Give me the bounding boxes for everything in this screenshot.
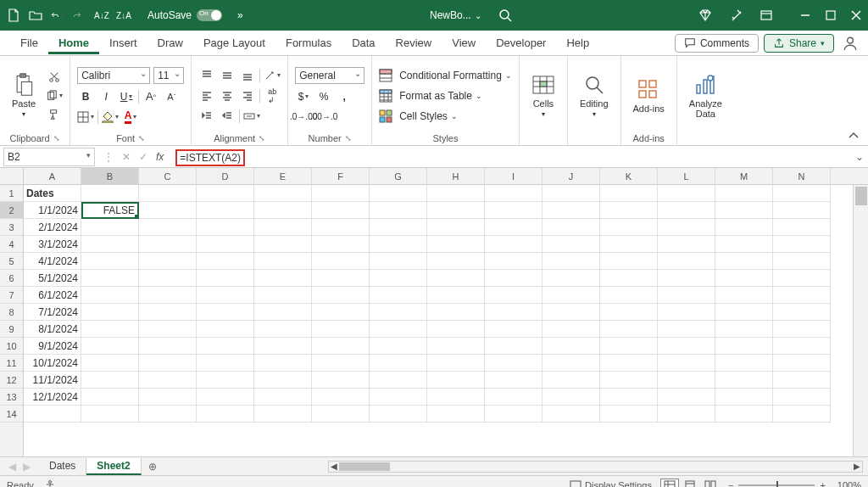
- accounting-format-icon[interactable]: $: [295, 89, 312, 104]
- number-launcher-icon[interactable]: ⤡: [345, 134, 352, 143]
- cell-N2[interactable]: [773, 202, 831, 219]
- row-header-14[interactable]: 14: [0, 406, 23, 423]
- cell-F9[interactable]: [312, 321, 370, 338]
- cell-K7[interactable]: [600, 287, 658, 304]
- clipboard-launcher-icon[interactable]: ⤡: [53, 134, 60, 143]
- cell-M13[interactable]: [715, 389, 773, 406]
- cell-F1[interactable]: [312, 185, 370, 202]
- scroll-up-icon[interactable]: [853, 168, 868, 185]
- cell-H2[interactable]: [427, 202, 485, 219]
- cell-K14[interactable]: [600, 406, 658, 423]
- cell-M8[interactable]: [715, 304, 773, 321]
- expand-formula-bar-icon[interactable]: ⌄: [851, 151, 868, 163]
- cell-B10[interactable]: [81, 338, 139, 355]
- cell-G12[interactable]: [370, 372, 427, 389]
- cell-E14[interactable]: [254, 406, 312, 423]
- cell-N7[interactable]: [773, 287, 831, 304]
- analyze-data-button[interactable]: Analyze Data: [684, 70, 727, 122]
- cell-C11[interactable]: [139, 355, 197, 372]
- cell-J7[interactable]: [542, 287, 600, 304]
- cell-K13[interactable]: [600, 389, 658, 406]
- formula-input[interactable]: =ISTEXT(A2): [172, 148, 851, 166]
- cell-L5[interactable]: [658, 253, 715, 270]
- cell-H12[interactable]: [427, 372, 485, 389]
- cell-E7[interactable]: [254, 287, 312, 304]
- cell-C9[interactable]: [139, 321, 197, 338]
- col-header-M[interactable]: M: [715, 168, 773, 184]
- cell-G1[interactable]: [370, 185, 427, 202]
- cell-M12[interactable]: [715, 372, 773, 389]
- cell-G14[interactable]: [370, 406, 427, 423]
- cell-N11[interactable]: [773, 355, 831, 372]
- cell-A5[interactable]: 4/1/2024: [24, 253, 81, 270]
- cell-H13[interactable]: [427, 389, 485, 406]
- cell-L4[interactable]: [658, 236, 715, 253]
- cell-G5[interactable]: [370, 253, 427, 270]
- col-header-B[interactable]: B: [81, 168, 139, 184]
- cell-D3[interactable]: [197, 219, 254, 236]
- cell-K12[interactable]: [600, 372, 658, 389]
- cell-M2[interactable]: [715, 202, 773, 219]
- cell-M3[interactable]: [715, 219, 773, 236]
- zoom-level[interactable]: 100%: [837, 480, 861, 488]
- col-header-K[interactable]: K: [600, 168, 658, 184]
- cell-B3[interactable]: [81, 219, 139, 236]
- sheet-tab-sheet2[interactable]: Sheet2: [86, 458, 141, 475]
- cell-J1[interactable]: [542, 185, 600, 202]
- cell-I3[interactable]: [485, 219, 542, 236]
- cell-D1[interactable]: [197, 185, 254, 202]
- cell-M9[interactable]: [715, 321, 773, 338]
- redo-icon[interactable]: [73, 8, 86, 22]
- cell-D10[interactable]: [197, 338, 254, 355]
- grid-body[interactable]: Dates1/1/2024FALSE2/1/20243/1/20244/1/20…: [24, 185, 853, 456]
- tab-draw[interactable]: Draw: [147, 31, 193, 54]
- cell-B8[interactable]: [81, 304, 139, 321]
- sort-desc-icon[interactable]: Z↓A: [117, 8, 131, 22]
- cell-B2[interactable]: FALSE: [81, 202, 139, 219]
- cell-L6[interactable]: [658, 270, 715, 287]
- row-header-1[interactable]: 1: [0, 185, 23, 202]
- editing-button[interactable]: Editing ▾: [575, 70, 614, 121]
- cell-L9[interactable]: [658, 321, 715, 338]
- cell-N3[interactable]: [773, 219, 831, 236]
- cell-J9[interactable]: [542, 321, 600, 338]
- cell-L14[interactable]: [658, 406, 715, 423]
- copy-icon[interactable]: [46, 88, 63, 104]
- cell-G9[interactable]: [370, 321, 427, 338]
- align-center-icon[interactable]: [219, 88, 236, 104]
- cell-N1[interactable]: [773, 185, 831, 202]
- row-header-2[interactable]: 2: [0, 202, 23, 219]
- cell-E6[interactable]: [254, 270, 312, 287]
- close-icon[interactable]: [851, 10, 861, 20]
- row-header-9[interactable]: 9: [0, 321, 23, 338]
- cell-I1[interactable]: [485, 185, 542, 202]
- cell-H3[interactable]: [427, 219, 485, 236]
- add-sheet-icon[interactable]: ⊕: [142, 461, 164, 473]
- cell-C8[interactable]: [139, 304, 197, 321]
- cell-A8[interactable]: 7/1/2024: [24, 304, 81, 321]
- cell-J4[interactable]: [542, 236, 600, 253]
- cell-M10[interactable]: [715, 338, 773, 355]
- minimize-icon[interactable]: [800, 10, 810, 20]
- align-top-icon[interactable]: [198, 68, 215, 83]
- cell-I12[interactable]: [485, 372, 542, 389]
- accessibility-icon[interactable]: [44, 479, 56, 488]
- document-title[interactable]: NewBo... ⌄: [430, 9, 481, 21]
- col-header-I[interactable]: I: [485, 168, 542, 184]
- cell-G4[interactable]: [370, 236, 427, 253]
- col-header-G[interactable]: G: [370, 168, 427, 184]
- addins-button[interactable]: Add-ins: [628, 75, 670, 117]
- cell-A6[interactable]: 5/1/2024: [24, 270, 81, 287]
- cell-E10[interactable]: [254, 338, 312, 355]
- zoom-slider[interactable]: [738, 484, 815, 486]
- cell-M7[interactable]: [715, 287, 773, 304]
- toggle-switch-icon[interactable]: On: [197, 9, 222, 21]
- cell-F3[interactable]: [312, 219, 370, 236]
- cell-E1[interactable]: [254, 185, 312, 202]
- cell-M14[interactable]: [715, 406, 773, 423]
- border-icon[interactable]: [77, 109, 94, 125]
- cell-L10[interactable]: [658, 338, 715, 355]
- enter-formula-icon[interactable]: ✓: [139, 151, 147, 163]
- col-header-H[interactable]: H: [427, 168, 485, 184]
- search-icon[interactable]: [498, 8, 512, 22]
